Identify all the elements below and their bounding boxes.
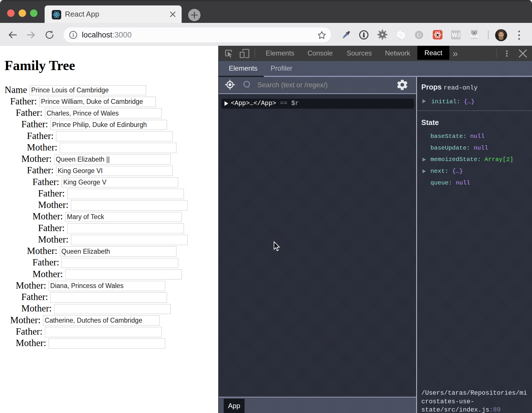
svg-text:U: U <box>417 31 421 38</box>
svg-text:ember: ember <box>471 37 478 40</box>
